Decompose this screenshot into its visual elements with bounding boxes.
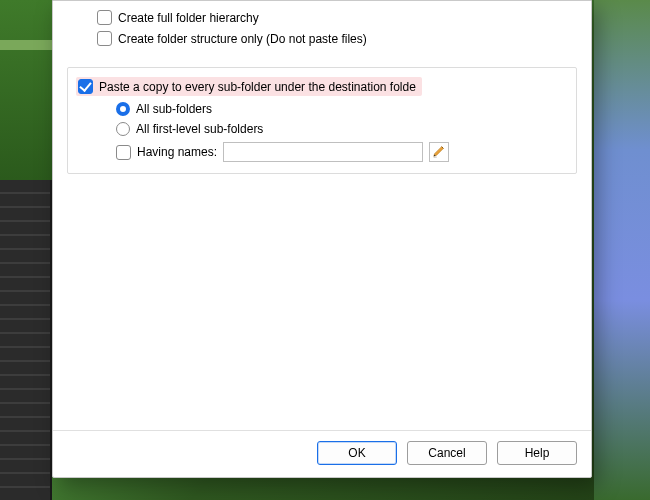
label-having-names: Having names: — [137, 145, 217, 159]
edit-names-button[interactable] — [429, 142, 449, 162]
row-create-full-hierarchy[interactable]: Create full folder hierarchy — [75, 7, 569, 28]
top-options-group: Create full folder hierarchy Create fold… — [67, 7, 577, 57]
label-radio-first-level: All first-level sub-folders — [136, 122, 263, 136]
checkbox-paste-to-subfolders[interactable] — [78, 79, 93, 94]
paste-options-dialog: Create full folder hierarchy Create fold… — [52, 0, 592, 478]
dialog-content: Create full folder hierarchy Create fold… — [53, 1, 591, 430]
row-radio-first-level[interactable]: All first-level sub-folders — [76, 119, 568, 139]
help-button[interactable]: Help — [497, 441, 577, 465]
input-having-names[interactable] — [223, 142, 423, 162]
row-create-structure-only[interactable]: Create folder structure only (Do not pas… — [75, 28, 569, 49]
ok-button[interactable]: OK — [317, 441, 397, 465]
paste-subfolders-group: Paste a copy to every sub-folder under t… — [67, 67, 577, 174]
checkbox-create-structure-only[interactable] — [97, 31, 112, 46]
cancel-button[interactable]: Cancel — [407, 441, 487, 465]
pencil-icon — [432, 144, 446, 161]
radio-all-subfolders[interactable] — [116, 102, 130, 116]
dialog-footer: OK Cancel Help — [53, 430, 591, 477]
checkbox-create-full-hierarchy[interactable] — [97, 10, 112, 25]
row-radio-all-subfolders[interactable]: All sub-folders — [76, 99, 568, 119]
row-paste-to-subfolders[interactable]: Paste a copy to every sub-folder under t… — [76, 74, 568, 99]
label-radio-all-subfolders: All sub-folders — [136, 102, 212, 116]
checkbox-having-names[interactable] — [116, 145, 131, 160]
svg-point-0 — [434, 154, 435, 155]
label-create-structure-only: Create folder structure only (Do not pas… — [118, 32, 367, 46]
label-create-full-hierarchy: Create full folder hierarchy — [118, 11, 259, 25]
label-paste-to-subfolders: Paste a copy to every sub-folder under t… — [99, 80, 416, 94]
radio-first-level-subfolders[interactable] — [116, 122, 130, 136]
row-having-names[interactable]: Having names: — [76, 139, 568, 165]
